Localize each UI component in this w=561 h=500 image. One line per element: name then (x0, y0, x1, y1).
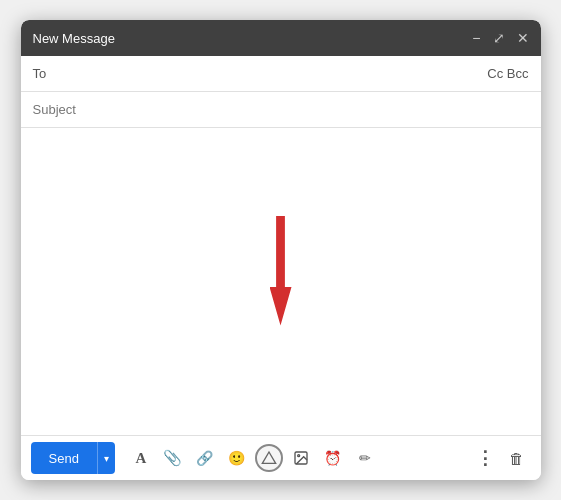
drive-icon[interactable] (255, 444, 283, 472)
svg-point-2 (298, 455, 300, 457)
window-title: New Message (33, 31, 115, 46)
subject-field-row (21, 92, 541, 128)
svg-marker-0 (262, 452, 275, 463)
arrow-annotation (270, 216, 292, 326)
window-controls: − ⤢ ✕ (472, 31, 528, 45)
compose-body[interactable] (21, 128, 541, 163)
link-icon[interactable]: 🔗 (191, 444, 219, 472)
more-icon: ⋮ (476, 449, 494, 467)
format-text-icon[interactable]: A (127, 444, 155, 472)
cc-bcc-button[interactable]: Cc Bcc (487, 66, 528, 81)
close-button[interactable]: ✕ (517, 31, 529, 45)
photo-icon[interactable] (287, 444, 315, 472)
maximize-button[interactable]: ⤢ (493, 31, 505, 45)
send-dropdown-button[interactable]: ▾ (97, 442, 115, 474)
send-button-group: Send ▾ (31, 442, 115, 474)
to-label: To (33, 66, 83, 81)
compose-area (21, 128, 541, 435)
minimize-button[interactable]: − (472, 31, 480, 45)
subject-input[interactable] (33, 102, 529, 117)
to-field-row: To Cc Bcc (21, 56, 541, 92)
to-input[interactable] (83, 66, 488, 81)
arrow-shape (270, 216, 292, 326)
toolbar: Send ▾ A 📎 🔗 🙂 (21, 435, 541, 480)
pen-icon[interactable]: ✏ (351, 444, 379, 472)
title-bar: New Message − ⤢ ✕ (21, 20, 541, 56)
delete-icon[interactable]: 🗑 (503, 444, 531, 472)
send-button[interactable]: Send (31, 442, 97, 474)
compose-window: New Message − ⤢ ✕ To Cc Bcc Send ▾ A (21, 20, 541, 480)
attach-icon[interactable]: 📎 (159, 444, 187, 472)
clock-icon[interactable]: ⏰ (319, 444, 347, 472)
emoji-icon[interactable]: 🙂 (223, 444, 251, 472)
more-options-icon[interactable]: ⋮ (471, 444, 499, 472)
